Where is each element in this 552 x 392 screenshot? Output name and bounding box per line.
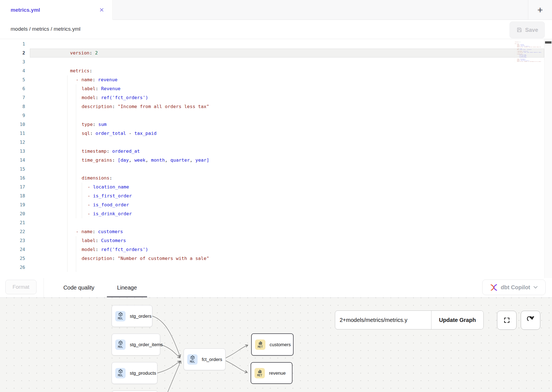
line-number: 26 [0,263,25,272]
save-label: Save [525,27,538,33]
editor-scrollbar[interactable] [544,39,552,278]
code-line: 3 [0,58,544,66]
code-line: 14time_grains: [day, week, month, quarte… [0,156,544,165]
code-line: 24model: ref('fct_orders') [0,245,544,254]
chevron-down-icon [533,286,538,289]
lineage-node-revenue[interactable]: METrevenue [251,362,292,384]
save-button[interactable]: Save [510,21,545,38]
code-line-content: - name: revenue [30,75,544,84]
new-tab-cell: + [528,0,552,20]
line-number: 22 [0,227,25,236]
code-line: 12 [0,138,544,147]
lineage-filter-box: Update Graph [335,310,484,329]
line-number: 10 [0,120,25,129]
dbt-copilot-icon [490,284,498,291]
code-line-content: time_grains: [day, week, month, quarter,… [30,156,544,165]
tab-code-quality[interactable]: Code quality [54,278,103,297]
code-line: 9 [0,111,544,120]
line-number: 1 [0,40,25,49]
scrollbar-thumb[interactable] [545,41,551,44]
node-label: stg_order_items [130,342,163,347]
code-line-content [30,40,544,49]
node-badge: MDL [118,317,123,320]
node-badge: MET [257,374,262,377]
tab-metrics-yml[interactable]: metrics.yml ✕ [0,0,113,20]
save-icon [516,27,522,33]
line-number: 6 [0,84,25,93]
fullscreen-button[interactable] [497,311,517,330]
code-line-content [30,111,544,120]
code-line: 15 [0,165,544,174]
line-number: 13 [0,147,25,156]
metric-icon: MET [255,340,265,350]
lineage-node-customers[interactable]: METcustomers [251,333,294,356]
minimap-content: version: 2metrics:- name: revenuelabel: … [514,41,520,63]
model-icon: MDL [115,340,126,350]
code-line-content: model: ref('fct_orders') [30,245,544,254]
node-label: stg_orders [130,314,152,319]
code-editor[interactable]: 12version: 234metrics:5- name: revenue6l… [0,39,552,278]
lineage-node-stg_order_items[interactable]: MDLstg_order_items [112,334,160,355]
lineage-filter-input[interactable] [335,311,431,329]
code-line: 23label: Customers [0,236,544,245]
code-line-content: sql: order_total - tax_paid [30,129,544,138]
code-line-content: description: "Number of customers with a… [30,254,544,263]
code-line: 22- name: customers [0,227,544,236]
line-number: 17 [0,183,25,192]
line-number: 14 [0,156,25,165]
node-badge: MDL [118,374,123,377]
toolbar-divider [44,278,44,297]
code-line-content: - is_drink_order [30,209,544,218]
refresh-icon [527,316,534,324]
code-line-content: dimensions: [30,174,544,183]
code-line: 4metrics: [0,66,544,75]
dbt-copilot-button[interactable]: dbt Copilot [482,279,546,295]
code-line: 6label: Revenue [0,84,544,93]
lineage-node-partial[interactable]: MDL [112,391,158,392]
minimap[interactable]: version: 2metrics:- name: revenuelabel: … [514,41,544,74]
line-number: 4 [0,66,25,75]
line-number: 9 [0,111,25,120]
close-icon[interactable]: ✕ [99,7,104,13]
format-button[interactable]: Format [5,280,37,294]
code-line-content: description: "Income from all orders les… [30,102,544,111]
fullscreen-icon [503,317,510,324]
copilot-label: dbt Copilot [501,284,530,291]
code-line: 26 [0,263,544,272]
bottom-toolbar: Format Code qualityLineage dbt Copilot [0,278,552,298]
node-badge: MDL [118,345,123,348]
code-line-content [30,138,544,147]
code-line-content [30,165,544,174]
line-number: 11 [0,129,25,138]
code-line: 18- is_first_order [0,192,544,200]
tab-strip [113,0,528,20]
metric-icon: MET [255,368,265,378]
node-label: customers [270,342,291,347]
line-number: 5 [0,75,25,84]
line-number: 15 [0,165,25,174]
code-line: 13timestamp: ordered_at [0,147,544,156]
lineage-canvas[interactable]: MDLstg_orders MDLstg_order_items MDLstg_… [0,298,552,392]
new-tab-icon[interactable]: + [537,5,543,15]
lineage-node-stg_products[interactable]: MDLstg_products [112,362,157,384]
line-number: 24 [0,245,25,254]
lineage-node-fct_orders[interactable]: MDLfct_orders [184,348,225,370]
line-number: 7 [0,93,25,102]
tab-lineage[interactable]: Lineage [107,278,147,297]
line-number: 12 [0,138,25,147]
code-line: 17- location_name [0,183,544,192]
code-line-content: timestamp: ordered_at [30,147,544,156]
code-line: 19- is_food_order [0,200,544,209]
code-line-content [30,58,544,66]
lineage-node-stg_orders[interactable]: MDLstg_orders [112,305,152,327]
tab-label: metrics.yml [11,7,40,13]
line-number: 21 [0,218,25,227]
node-label: revenue [269,371,286,376]
node-badge: MDL [190,360,195,363]
code-line: 21 [0,218,544,227]
code-line: 5- name: revenue [0,75,544,84]
refresh-button[interactable] [521,311,540,330]
update-graph-button[interactable]: Update Graph [431,311,483,329]
code-line-content: label: Customers [30,236,544,245]
model-icon: MDL [115,311,126,321]
